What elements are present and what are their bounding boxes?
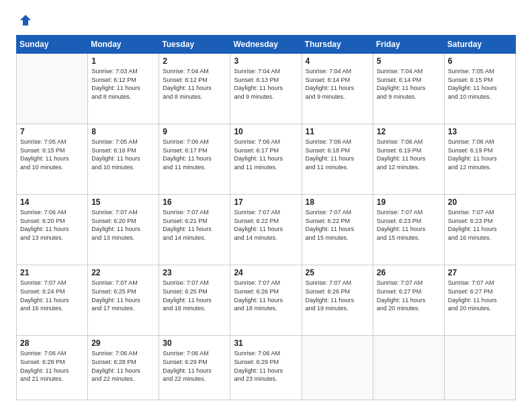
day-number: 25 — [306, 268, 369, 277]
page: SundayMondayTuesdayWednesdayThursdayFrid… — [0, 0, 532, 411]
calendar-header-sunday: Sunday — [17, 36, 88, 54]
calendar-cell: 20Sunrise: 7:07 AM Sunset: 6:23 PM Dayli… — [444, 195, 515, 265]
day-number: 30 — [163, 338, 226, 348]
day-info: Sunrise: 7:06 AM Sunset: 6:20 PM Dayligh… — [20, 208, 84, 242]
day-number: 12 — [377, 127, 441, 136]
calendar-cell: 6Sunrise: 7:05 AM Sunset: 6:15 PM Daylig… — [444, 54, 515, 124]
day-number: 2 — [163, 56, 226, 66]
calendar-header-saturday: Saturday — [444, 36, 515, 54]
calendar-header-monday: Monday — [88, 36, 159, 54]
day-info: Sunrise: 7:07 AM Sunset: 6:27 PM Dayligh… — [377, 279, 441, 312]
calendar-cell: 22Sunrise: 7:07 AM Sunset: 6:25 PM Dayli… — [88, 265, 159, 336]
logo — [16, 13, 32, 27]
calendar-cell: 11Sunrise: 7:06 AM Sunset: 6:18 PM Dayli… — [302, 124, 373, 195]
day-info: Sunrise: 7:05 AM Sunset: 6:15 PM Dayligh… — [448, 67, 512, 101]
calendar-cell: 30Sunrise: 7:06 AM Sunset: 6:29 PM Dayli… — [159, 336, 230, 400]
calendar-cell: 5Sunrise: 7:04 AM Sunset: 6:14 PM Daylig… — [373, 54, 444, 124]
day-number: 6 — [448, 56, 512, 66]
day-info: Sunrise: 7:07 AM Sunset: 6:21 PM Dayligh… — [163, 208, 226, 242]
calendar-week-row: 28Sunrise: 7:06 AM Sunset: 6:28 PM Dayli… — [17, 336, 516, 400]
day-info: Sunrise: 7:04 AM Sunset: 6:14 PM Dayligh… — [377, 67, 441, 101]
day-info: Sunrise: 7:07 AM Sunset: 6:24 PM Dayligh… — [20, 279, 84, 312]
calendar-cell: 3Sunrise: 7:04 AM Sunset: 6:13 PM Daylig… — [230, 54, 302, 124]
calendar-cell: 23Sunrise: 7:07 AM Sunset: 6:25 PM Dayli… — [159, 265, 230, 336]
day-info: Sunrise: 7:06 AM Sunset: 6:29 PM Dayligh… — [234, 349, 298, 383]
day-number: 8 — [91, 127, 155, 136]
day-info: Sunrise: 7:07 AM Sunset: 6:25 PM Dayligh… — [91, 279, 155, 312]
day-number: 22 — [91, 268, 155, 277]
day-info: Sunrise: 7:07 AM Sunset: 6:20 PM Dayligh… — [91, 208, 155, 242]
day-number: 26 — [377, 268, 441, 277]
day-number: 11 — [306, 127, 369, 136]
day-number: 15 — [91, 197, 155, 207]
day-number: 21 — [20, 268, 84, 277]
day-number: 3 — [234, 56, 298, 66]
day-info: Sunrise: 7:07 AM Sunset: 6:25 PM Dayligh… — [163, 279, 226, 312]
day-info: Sunrise: 7:07 AM Sunset: 6:26 PM Dayligh… — [234, 279, 298, 312]
calendar-cell: 21Sunrise: 7:07 AM Sunset: 6:24 PM Dayli… — [17, 265, 88, 336]
calendar-cell: 19Sunrise: 7:07 AM Sunset: 6:23 PM Dayli… — [373, 195, 444, 265]
calendar-week-row: 1Sunrise: 7:03 AM Sunset: 6:12 PM Daylig… — [17, 54, 516, 124]
day-number: 20 — [448, 197, 512, 207]
day-number: 19 — [377, 197, 441, 207]
day-number: 18 — [306, 197, 369, 207]
day-number: 17 — [234, 197, 298, 207]
calendar-cell — [17, 54, 88, 124]
calendar-cell: 17Sunrise: 7:07 AM Sunset: 6:22 PM Dayli… — [230, 195, 302, 265]
calendar-cell: 12Sunrise: 7:06 AM Sunset: 6:19 PM Dayli… — [373, 124, 444, 195]
day-number: 1 — [91, 56, 155, 66]
calendar-cell: 10Sunrise: 7:06 AM Sunset: 6:17 PM Dayli… — [230, 124, 302, 195]
calendar-cell: 2Sunrise: 7:04 AM Sunset: 6:12 PM Daylig… — [159, 54, 230, 124]
day-info: Sunrise: 7:04 AM Sunset: 6:13 PM Dayligh… — [234, 67, 298, 101]
day-info: Sunrise: 7:07 AM Sunset: 6:27 PM Dayligh… — [448, 279, 512, 312]
day-info: Sunrise: 7:07 AM Sunset: 6:26 PM Dayligh… — [306, 279, 369, 312]
day-info: Sunrise: 7:06 AM Sunset: 6:17 PM Dayligh… — [163, 138, 226, 171]
day-number: 29 — [91, 338, 155, 348]
calendar-cell: 1Sunrise: 7:03 AM Sunset: 6:12 PM Daylig… — [88, 54, 159, 124]
calendar-cell: 16Sunrise: 7:07 AM Sunset: 6:21 PM Dayli… — [159, 195, 230, 265]
day-number: 13 — [448, 127, 512, 136]
day-info: Sunrise: 7:03 AM Sunset: 6:12 PM Dayligh… — [91, 67, 155, 101]
calendar-cell: 15Sunrise: 7:07 AM Sunset: 6:20 PM Dayli… — [88, 195, 159, 265]
calendar-cell — [444, 336, 515, 400]
day-info: Sunrise: 7:07 AM Sunset: 6:23 PM Dayligh… — [377, 208, 441, 242]
day-info: Sunrise: 7:06 AM Sunset: 6:18 PM Dayligh… — [306, 138, 369, 171]
day-info: Sunrise: 7:07 AM Sunset: 6:22 PM Dayligh… — [234, 208, 298, 242]
day-info: Sunrise: 7:06 AM Sunset: 6:17 PM Dayligh… — [234, 138, 298, 171]
calendar-table: SundayMondayTuesdayWednesdayThursdayFrid… — [16, 35, 516, 400]
calendar-cell — [302, 336, 373, 400]
day-number: 28 — [20, 338, 84, 348]
day-number: 27 — [448, 268, 512, 277]
header — [16, 13, 516, 27]
calendar-cell: 26Sunrise: 7:07 AM Sunset: 6:27 PM Dayli… — [373, 265, 444, 336]
calendar-cell: 31Sunrise: 7:06 AM Sunset: 6:29 PM Dayli… — [230, 336, 302, 400]
day-number: 23 — [163, 268, 226, 277]
calendar-week-row: 14Sunrise: 7:06 AM Sunset: 6:20 PM Dayli… — [17, 195, 516, 265]
calendar-week-row: 21Sunrise: 7:07 AM Sunset: 6:24 PM Dayli… — [17, 265, 516, 336]
calendar-cell: 27Sunrise: 7:07 AM Sunset: 6:27 PM Dayli… — [444, 265, 515, 336]
day-number: 7 — [20, 127, 84, 136]
day-info: Sunrise: 7:05 AM Sunset: 6:15 PM Dayligh… — [20, 138, 84, 171]
day-info: Sunrise: 7:05 AM Sunset: 6:16 PM Dayligh… — [91, 138, 155, 171]
calendar-header-wednesday: Wednesday — [230, 36, 302, 54]
calendar-cell — [373, 336, 444, 400]
day-number: 14 — [20, 197, 84, 207]
day-number: 24 — [234, 268, 298, 277]
day-info: Sunrise: 7:06 AM Sunset: 6:19 PM Dayligh… — [448, 138, 512, 171]
day-info: Sunrise: 7:07 AM Sunset: 6:22 PM Dayligh… — [306, 208, 369, 242]
day-info: Sunrise: 7:06 AM Sunset: 6:19 PM Dayligh… — [377, 138, 441, 171]
day-number: 4 — [306, 56, 369, 66]
calendar-cell: 7Sunrise: 7:05 AM Sunset: 6:15 PM Daylig… — [17, 124, 88, 195]
day-info: Sunrise: 7:06 AM Sunset: 6:29 PM Dayligh… — [163, 349, 226, 383]
calendar-cell: 24Sunrise: 7:07 AM Sunset: 6:26 PM Dayli… — [230, 265, 302, 336]
day-number: 16 — [163, 197, 226, 207]
calendar-cell: 8Sunrise: 7:05 AM Sunset: 6:16 PM Daylig… — [88, 124, 159, 195]
logo-icon — [19, 13, 32, 27]
day-info: Sunrise: 7:06 AM Sunset: 6:28 PM Dayligh… — [91, 349, 155, 383]
day-info: Sunrise: 7:04 AM Sunset: 6:14 PM Dayligh… — [306, 67, 369, 101]
calendar-cell: 13Sunrise: 7:06 AM Sunset: 6:19 PM Dayli… — [444, 124, 515, 195]
calendar-header-tuesday: Tuesday — [159, 36, 230, 54]
calendar-week-row: 7Sunrise: 7:05 AM Sunset: 6:15 PM Daylig… — [17, 124, 516, 195]
calendar-cell: 29Sunrise: 7:06 AM Sunset: 6:28 PM Dayli… — [88, 336, 159, 400]
svg-marker-0 — [20, 15, 31, 26]
